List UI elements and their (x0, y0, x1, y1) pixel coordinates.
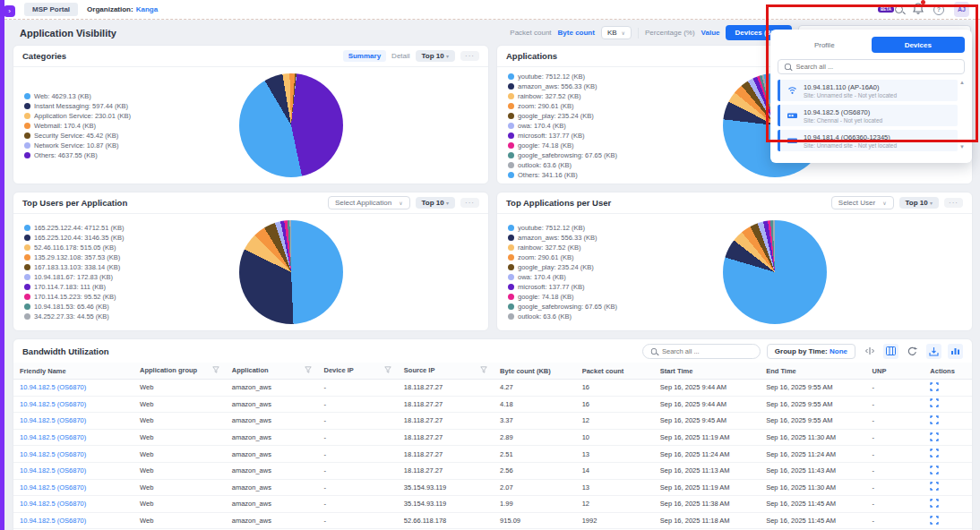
column-header[interactable]: UNP (866, 363, 924, 380)
top10-dropdown[interactable]: Top 10 ▾ (899, 197, 939, 209)
top-users-pie-chart[interactable] (239, 220, 343, 324)
help-icon[interactable]: ? (933, 4, 944, 15)
legend-item[interactable]: owa: 170.4 (KB) (508, 272, 701, 282)
chart-view-button[interactable] (948, 344, 963, 359)
group-by-time-dropdown[interactable]: Group by Time: None (767, 344, 855, 359)
legend-item[interactable]: google: 74.18 (KB) (508, 141, 701, 150)
legend-item[interactable]: amazon_aws: 556.33 (KB) (508, 233, 701, 243)
legend-item[interactable]: Application Service: 230.01 (KB) (24, 111, 217, 121)
column-header[interactable]: Friendly Name (13, 363, 133, 380)
msp-portal-button[interactable]: MSP Portal (24, 3, 78, 16)
notifications-button[interactable] (913, 2, 924, 18)
legend-item[interactable]: 10.94.181.67: 172.83 (KB) (24, 272, 217, 282)
devices-search-input[interactable] (796, 63, 959, 71)
column-header[interactable]: Actions (924, 363, 972, 380)
filter-icon[interactable] (305, 366, 312, 375)
legend-item[interactable]: Others: 4637.55 (KB) (24, 150, 217, 160)
legend-item[interactable]: amazon_aws: 556.33 (KB) (508, 81, 701, 91)
legend-item[interactable]: rainbow: 327.52 (KB) (508, 243, 701, 252)
legend-item[interactable]: 165.225.122.44: 4712.51 (KB) (24, 223, 217, 233)
detail-tab[interactable]: Detail (391, 52, 409, 60)
expand-row-button[interactable] (924, 479, 972, 496)
friendly-name-link[interactable]: 10.94.182.5 (OS6870) (13, 496, 133, 513)
refresh-button[interactable] (905, 344, 920, 359)
legend-item[interactable]: 135.29.132.108: 357.53 (KB) (24, 252, 217, 262)
friendly-name-link[interactable]: 10.94.182.5 (OS6870) (13, 446, 133, 463)
search-icon[interactable] (895, 5, 903, 13)
export-button[interactable] (926, 344, 941, 359)
more-options-button[interactable]: ··· (460, 51, 479, 61)
columns-button[interactable] (883, 344, 898, 359)
column-header[interactable]: Device IP (318, 363, 398, 380)
legend-item[interactable]: google_safebrowsing: 67.65 (KB) (508, 302, 701, 312)
legend-item[interactable]: google_play: 235.24 (KB) (508, 111, 701, 121)
legend-item[interactable]: Others: 341.16 (KB) (508, 170, 701, 180)
legend-item[interactable]: 170.114.15.223: 95.52 (KB) (24, 292, 217, 302)
legend-item[interactable]: microsoft: 137.77 (KB) (508, 282, 701, 292)
summary-tab[interactable]: Summary (343, 50, 386, 62)
expand-row-button[interactable] (924, 446, 972, 463)
tab-devices[interactable]: Devices (872, 37, 966, 53)
top10-dropdown[interactable]: Top 10 ▾ (416, 50, 455, 62)
legend-item[interactable]: microsoft: 137.77 (KB) (508, 131, 701, 141)
legend-item[interactable]: rainbow: 327.52 (KB) (508, 91, 701, 101)
expand-row-button[interactable] (924, 462, 972, 479)
friendly-name-link[interactable]: 10.94.182.5 (OS6870) (13, 479, 133, 496)
friendly-name-link[interactable]: 10.94.182.5 (OS6870) (13, 396, 133, 413)
legend-item[interactable]: 170.114.7.183: 111 (KB) (24, 282, 217, 292)
column-header[interactable]: Byte count (KB) (494, 363, 576, 380)
legend-item[interactable]: outlook: 63.6 (KB) (508, 312, 701, 321)
filter-icon[interactable] (480, 366, 487, 375)
packet-count-toggle[interactable]: Packet count (510, 29, 551, 37)
expand-columns-button[interactable] (862, 344, 877, 359)
expand-row-button[interactable] (924, 396, 972, 413)
friendly-name-link[interactable]: 10.94.182.5 (OS6870) (13, 429, 133, 446)
filter-icon[interactable] (384, 366, 391, 375)
column-header[interactable]: End Time (760, 363, 865, 380)
friendly-name-link[interactable]: 10.94.182.5 (OS6870) (13, 413, 133, 430)
legend-item[interactable]: google_play: 235.24 (KB) (508, 262, 701, 272)
top10-dropdown[interactable]: Top 10 ▾ (416, 197, 455, 209)
categories-pie-chart[interactable] (239, 73, 343, 177)
legend-item[interactable]: Instant Messaging: 597.44 (KB) (24, 101, 217, 111)
scroll-up-icon[interactable]: ▲ (959, 80, 965, 85)
top-apps-pie-chart[interactable] (723, 220, 827, 324)
legend-item[interactable]: google_safebrowsing: 67.65 (KB) (508, 150, 701, 160)
expand-row-button[interactable] (924, 429, 972, 446)
legend-item[interactable]: 34.252.27.33: 44.55 (KB) (24, 312, 217, 321)
select-application-dropdown[interactable]: Select Application∨ (328, 196, 410, 209)
column-header[interactable]: Application (226, 363, 318, 380)
legend-item[interactable]: 167.183.13.103: 338.14 (KB) (24, 262, 217, 272)
legend-item[interactable]: 10.94.181.53: 65.46 (KB) (24, 302, 217, 312)
value-toggle[interactable]: Value (701, 29, 720, 37)
legend-item[interactable]: 52.46.116.178: 515.05 (KB) (24, 243, 217, 252)
legend-item[interactable]: youtube: 7512.12 (KB) (508, 223, 701, 233)
devices-search[interactable] (778, 59, 965, 74)
legend-item[interactable]: Network Service: 10.87 (KB) (24, 141, 217, 150)
legend-item[interactable]: Webmail: 170.4 (KB) (24, 121, 217, 131)
legend-item[interactable]: 165.225.120.44: 3146.35 (KB) (24, 233, 217, 243)
friendly-name-link[interactable]: 10.94.182.5 (OS6870) (13, 462, 133, 479)
legend-item[interactable]: Security Service: 45.42 (KB) (24, 131, 217, 141)
filter-icon[interactable] (212, 366, 219, 375)
device-list-item[interactable]: 10.94.181.110 (AP-16A0)Site: Unnamed sit… (778, 80, 958, 101)
more-options-button[interactable]: ··· (460, 198, 479, 208)
avatar[interactable]: AJ (954, 2, 969, 17)
table-search-input[interactable] (662, 347, 752, 355)
column-header[interactable]: Start Time (654, 363, 760, 380)
table-search[interactable] (642, 344, 761, 359)
friendly-name-link[interactable]: 10.94.182.5 (OS6870) (13, 512, 133, 529)
byte-count-toggle[interactable]: Byte count (558, 29, 595, 37)
column-header[interactable]: Packet count (576, 363, 654, 380)
scroll-down-icon[interactable]: ▼ (959, 144, 965, 150)
expand-row-button[interactable] (924, 496, 972, 513)
legend-item[interactable]: zoom: 290.61 (KB) (508, 101, 701, 111)
device-list-item[interactable]: 10.94.181.4 (O66360-12345)Site: Unnamed … (778, 130, 958, 151)
legend-item[interactable]: zoom: 290.61 (KB) (508, 252, 701, 262)
legend-item[interactable]: google: 74.18 (KB) (508, 292, 701, 302)
column-header[interactable]: Source IP (398, 363, 494, 380)
sidebar-expand-button[interactable]: › (4, 5, 15, 17)
select-user-dropdown[interactable]: Select User∨ (831, 196, 894, 209)
legend-item[interactable]: owa: 170.4 (KB) (508, 121, 701, 131)
column-header[interactable]: Application group (133, 363, 226, 380)
